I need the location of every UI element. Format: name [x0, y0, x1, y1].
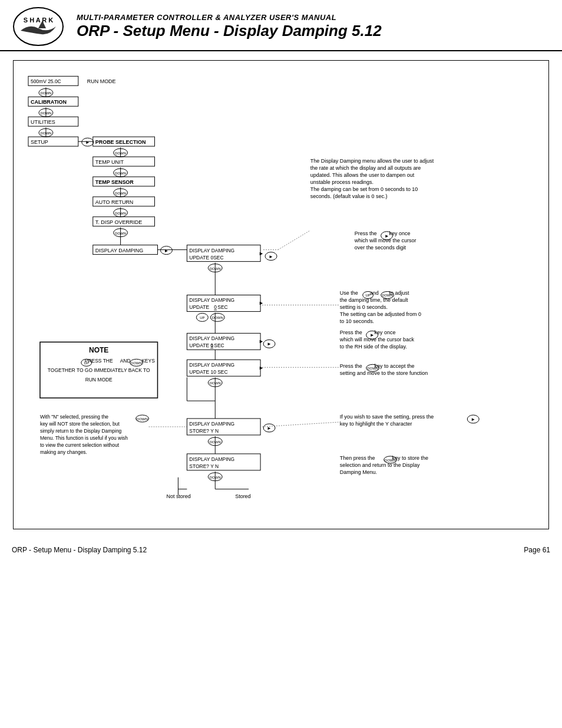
- svg-text:UP: UP: [84, 361, 89, 365]
- svg-text:STORE?   Y  N: STORE? Y N: [189, 428, 219, 434]
- svg-text:PROBE SELECTION: PROBE SELECTION: [95, 139, 146, 145]
- svg-text:0: 0: [210, 342, 213, 348]
- svg-text:DOWN: DOWN: [212, 316, 223, 319]
- svg-text:The Display Damping menu allow: The Display Damping menu allows the user…: [310, 158, 434, 164]
- svg-text:The damping can be set from 0 : The damping can be set from 0 seconds to…: [310, 186, 418, 192]
- svg-text:UPDATE 1: UPDATE 1: [189, 342, 213, 348]
- svg-text:500mV  25.0C: 500mV 25.0C: [31, 78, 61, 84]
- svg-text:making any changes.: making any changes.: [40, 449, 87, 455]
- svg-point-0: [14, 8, 63, 45]
- footer-left: ORP - Setup Menu - Display Damping 5.12: [12, 546, 147, 554]
- svg-text:The setting can be adjusted fr: The setting can be adjusted from 0: [340, 311, 421, 317]
- diagram-svg: 500mV 25.0C RUN MODE DOWN CALIBRATION DO…: [22, 70, 540, 518]
- svg-text:If you wish to save the settin: If you wish to save the setting, press t…: [340, 414, 434, 420]
- svg-text:AND: AND: [120, 358, 131, 364]
- svg-text:Press the: Press the: [355, 230, 377, 236]
- svg-text:►: ►: [259, 365, 264, 371]
- svg-text:►: ►: [259, 251, 264, 256]
- svg-text:Press the: Press the: [340, 363, 362, 369]
- svg-text:key once: key once: [375, 330, 396, 335]
- svg-text:Press the: Press the: [340, 330, 362, 335]
- shark-logo: S H A R K: [12, 6, 65, 47]
- svg-text:seconds. (default value is 0 s: seconds. (default value is 0 sec.): [310, 193, 388, 199]
- svg-text:DISPLAY DAMPING: DISPLAY DAMPING: [189, 335, 234, 341]
- svg-text:S H A R K: S H A R K: [24, 17, 54, 24]
- svg-text:which will move the cursor: which will move the cursor: [354, 238, 416, 243]
- svg-text:RUN MODE: RUN MODE: [87, 78, 116, 84]
- svg-text:SEC: SEC: [214, 342, 224, 348]
- svg-text:key to accept the: key to accept the: [375, 363, 415, 369]
- svg-text:unstable process readings.: unstable process readings.: [310, 179, 373, 185]
- svg-text:DISPLAY DAMPING: DISPLAY DAMPING: [189, 248, 234, 253]
- svg-text:AUTO RETURN: AUTO RETURN: [95, 199, 134, 205]
- svg-text:SEC: SEC: [217, 304, 227, 310]
- svg-text:DOWN: DOWN: [137, 417, 148, 421]
- svg-text:DISPLAY DAMPING: DISPLAY DAMPING: [189, 456, 234, 462]
- svg-text:key to highlight the Y charact: key to highlight the Y character: [340, 421, 412, 427]
- svg-text:STORE?    Y  N: STORE? Y N: [189, 463, 219, 469]
- svg-text:DOWN: DOWN: [131, 361, 142, 365]
- svg-text:to view the current selection : to view the current selection without: [40, 442, 120, 448]
- svg-text:key to store the: key to store the: [392, 455, 428, 461]
- svg-text:DISPLAY DAMPING: DISPLAY DAMPING: [95, 248, 143, 253]
- svg-text:Not stored: Not stored: [166, 493, 190, 499]
- svg-text:►: ►: [85, 140, 90, 145]
- svg-text:the damping time, the default: the damping time, the default: [340, 297, 408, 303]
- svg-line-119: [278, 230, 310, 250]
- svg-text:to adjust: to adjust: [389, 290, 409, 296]
- svg-text:updated. This allows the user : updated. This allows the user to dampen …: [310, 172, 415, 178]
- svg-text:DISPLAY DAMPING: DISPLAY DAMPING: [189, 421, 234, 427]
- svg-text:which will move the cursor bac: which will move the cursor back: [339, 337, 415, 342]
- svg-text:►: ►: [471, 417, 475, 422]
- svg-text:Then press the: Then press the: [340, 455, 375, 461]
- svg-text:Stored: Stored: [235, 493, 250, 499]
- svg-text:over the seconds digit: over the seconds digit: [355, 245, 406, 251]
- svg-text:setting is 0 seconds.: setting is 0 seconds.: [340, 304, 388, 310]
- header-title: ORP - Setup Menu - Display Damping 5.12: [77, 22, 382, 40]
- main-content: 500mV 25.0C RUN MODE DOWN CALIBRATION DO…: [0, 51, 562, 538]
- svg-text:TEMP SENSOR: TEMP SENSOR: [95, 179, 134, 185]
- svg-text:DISPLAY DAMPING: DISPLAY DAMPING: [189, 297, 234, 303]
- svg-text:simply return to the Display D: simply return to the Display Damping: [40, 428, 122, 434]
- svg-text:KEYS: KEYS: [141, 358, 155, 364]
- svg-text:►: ►: [259, 300, 264, 306]
- svg-text:TEMP UNIT: TEMP UNIT: [95, 159, 124, 165]
- svg-text:NOTE: NOTE: [89, 346, 108, 354]
- svg-text:SETUP: SETUP: [31, 139, 48, 145]
- svg-text:With "N" selected, pressing th: With "N" selected, pressing the: [40, 414, 108, 420]
- svg-text:T. DISP OVERRIDE: T. DISP OVERRIDE: [95, 219, 143, 225]
- svg-text:UPDATE  0SEC: UPDATE 0SEC: [189, 255, 223, 261]
- page-footer: ORP - Setup Menu - Display Damping 5.12 …: [0, 541, 562, 559]
- svg-text:UP: UP: [200, 316, 204, 319]
- header-subtitle: MULTI-PARAMETER CONTROLLER & ANALYZER US…: [77, 13, 382, 22]
- svg-text:►: ►: [269, 254, 273, 259]
- footer-right: Page 61: [524, 546, 550, 554]
- svg-text:PRESS THE: PRESS THE: [85, 358, 113, 364]
- svg-text:►: ►: [164, 248, 168, 253]
- svg-text:and: and: [370, 290, 379, 296]
- svg-text:RUN MODE: RUN MODE: [85, 377, 113, 383]
- svg-text:setting and move to the store : setting and move to the store function: [340, 370, 428, 376]
- svg-text:key will NOT store the selecti: key will NOT store the selection, but: [40, 421, 120, 427]
- diagram-box: 500mV 25.0C RUN MODE DOWN CALIBRATION DO…: [13, 60, 549, 529]
- svg-text:DISPLAY DAMPING: DISPLAY DAMPING: [189, 362, 234, 368]
- svg-text:key once: key once: [389, 230, 411, 236]
- svg-text:TOGETHER TO GO IMMEDIATELY BAC: TOGETHER TO GO IMMEDIATELY BACK TO: [48, 367, 150, 373]
- svg-text:to 10 seconds.: to 10 seconds.: [340, 318, 374, 324]
- svg-text:Use the: Use the: [340, 290, 358, 296]
- svg-text:►: ►: [267, 341, 272, 347]
- svg-text:UPDATE: UPDATE: [189, 304, 209, 310]
- svg-text:UTILITIES: UTILITIES: [31, 119, 55, 125]
- svg-text:Damping Menu.: Damping Menu.: [340, 469, 377, 475]
- page-header: S H A R K MULTI-PARAMETER CONTROLLER & A…: [0, 0, 562, 51]
- svg-line-154: [262, 422, 340, 427]
- svg-text:the rate at which the display : the rate at which the display and all ou…: [310, 165, 421, 171]
- svg-text:CALIBRATION: CALIBRATION: [31, 99, 67, 105]
- svg-text:UPDATE 10 SEC: UPDATE 10 SEC: [189, 369, 227, 375]
- svg-text:Menu. This function is useful : Menu. This function is useful if you wis…: [40, 435, 128, 441]
- header-text-block: MULTI-PARAMETER CONTROLLER & ANALYZER US…: [77, 13, 382, 40]
- svg-text:to the RH side of the display.: to the RH side of the display.: [340, 344, 407, 350]
- svg-text:0: 0: [214, 304, 217, 310]
- svg-text:selection and return to the Di: selection and return to the Display: [340, 462, 420, 468]
